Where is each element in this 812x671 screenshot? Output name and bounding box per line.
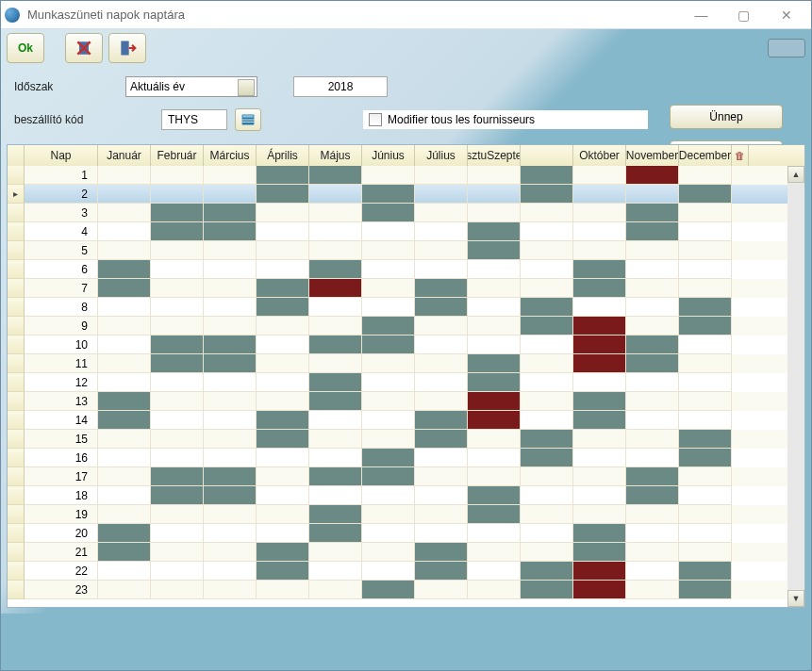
calendar-cell[interactable] [309,467,362,486]
calendar-cell[interactable] [626,241,679,260]
calendar-cell[interactable] [362,354,415,373]
calendar-cell[interactable] [309,185,362,204]
calendar-cell[interactable] [98,317,151,336]
calendar-cell[interactable] [204,354,257,373]
calendar-cell[interactable] [679,581,732,599]
calendar-cell[interactable] [468,505,521,524]
period-dropdown[interactable]: Aktuális év [125,76,257,97]
calendar-cell[interactable] [626,204,679,222]
calendar-cell[interactable] [626,543,679,562]
calendar-cell[interactable] [204,581,257,599]
row-marker[interactable] [8,486,25,505]
grid-row[interactable]: 5 [8,241,787,260]
calendar-cell[interactable] [362,430,415,449]
exit-button[interactable] [108,33,146,63]
calendar-cell[interactable] [309,411,362,430]
calendar-cell[interactable] [468,486,521,505]
calendar-cell[interactable] [309,486,362,505]
calendar-cell[interactable] [679,467,732,486]
calendar-cell[interactable] [573,260,626,279]
holiday-button[interactable]: Ünnep [670,105,783,129]
calendar-cell[interactable] [362,467,415,486]
calendar-cell[interactable] [362,392,415,411]
calendar-cell[interactable] [521,298,573,317]
calendar-cell[interactable] [521,449,573,467]
grid-row[interactable]: 6 [8,260,787,279]
modify-all-wrap[interactable]: Modifier tous les fournisseurs [363,110,648,129]
calendar-cell[interactable] [626,562,679,581]
calendar-cell[interactable] [98,562,151,581]
calendar-cell[interactable] [521,467,573,486]
grid-row[interactable]: 9 [8,317,787,336]
calendar-cell[interactable] [362,298,415,317]
calendar-cell[interactable] [204,411,257,430]
calendar-cell[interactable] [468,392,521,411]
calendar-cell[interactable] [468,449,521,467]
calendar-cell[interactable] [204,524,257,543]
calendar-cell[interactable] [415,166,468,185]
calendar-cell[interactable] [521,543,573,562]
calendar-cell[interactable] [679,430,732,449]
calendar-cell[interactable] [679,486,732,505]
row-marker[interactable] [8,298,25,317]
row-marker[interactable] [8,467,25,486]
calendar-cell[interactable] [257,543,309,562]
calendar-cell[interactable] [679,204,732,222]
calendar-cell[interactable] [204,298,257,317]
calendar-cell[interactable] [257,298,309,317]
col-nov[interactable]: November [626,145,679,166]
calendar-cell[interactable] [204,279,257,298]
calendar-cell[interactable] [151,449,204,467]
calendar-cell[interactable] [468,411,521,430]
grid-row[interactable]: 14 [8,411,787,430]
grid-row[interactable]: 19 [8,505,787,524]
grid-row[interactable]: 7 [8,279,787,298]
calendar-cell[interactable] [573,411,626,430]
calendar-cell[interactable] [626,392,679,411]
calendar-cell[interactable] [521,185,573,204]
calendar-cell[interactable] [309,392,362,411]
calendar-cell[interactable] [151,373,204,392]
calendar-cell[interactable] [309,260,362,279]
calendar-cell[interactable] [151,222,204,241]
calendar-cell[interactable] [468,222,521,241]
calendar-cell[interactable] [521,392,573,411]
calendar-cell[interactable] [362,222,415,241]
calendar-cell[interactable] [151,486,204,505]
calendar-cell[interactable] [151,354,204,373]
calendar-cell[interactable] [521,581,573,599]
calendar-cell[interactable] [257,279,309,298]
calendar-cell[interactable] [257,260,309,279]
calendar-cell[interactable] [679,222,732,241]
calendar-cell[interactable] [151,467,204,486]
calendar-cell[interactable] [362,581,415,599]
grid-row[interactable]: 15 [8,430,787,449]
calendar-cell[interactable] [679,279,732,298]
calendar-cell[interactable] [309,241,362,260]
calendar-cell[interactable] [362,241,415,260]
calendar-cell[interactable] [521,166,573,185]
calendar-cell[interactable] [573,524,626,543]
calendar-cell[interactable] [521,260,573,279]
calendar-cell[interactable] [362,486,415,505]
calendar-cell[interactable] [257,222,309,241]
calendar-cell[interactable] [415,260,468,279]
calendar-cell[interactable] [468,260,521,279]
calendar-cell[interactable] [679,524,732,543]
calendar-cell[interactable] [468,317,521,336]
calendar-cell[interactable] [626,505,679,524]
calendar-cell[interactable] [98,166,151,185]
calendar-cell[interactable] [573,241,626,260]
calendar-cell[interactable] [626,317,679,336]
calendar-cell[interactable] [98,543,151,562]
calendar-cell[interactable] [362,166,415,185]
calendar-cell[interactable] [626,411,679,430]
calendar-cell[interactable] [415,336,468,354]
calendar-cell[interactable] [468,543,521,562]
calendar-cell[interactable] [204,467,257,486]
calendar-cell[interactable] [415,581,468,599]
calendar-cell[interactable] [204,222,257,241]
calendar-cell[interactable] [309,581,362,599]
calendar-cell[interactable] [257,581,309,599]
calendar-cell[interactable] [573,505,626,524]
